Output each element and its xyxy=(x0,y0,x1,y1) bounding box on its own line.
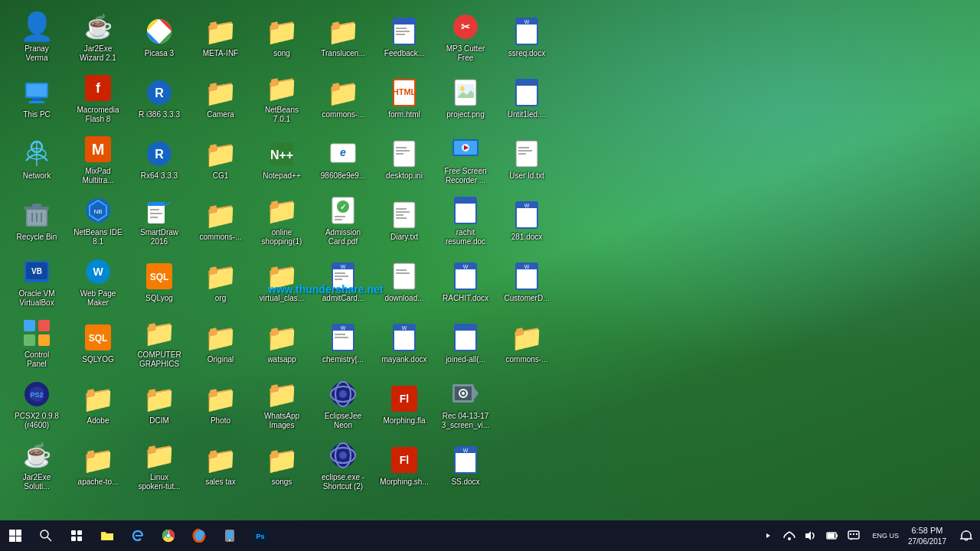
camera-label: Camera xyxy=(207,110,234,119)
phone-button[interactable] xyxy=(214,520,245,551)
task-view-button[interactable] xyxy=(61,520,92,551)
icon-chemistry[interactable]: W chemistry[... xyxy=(312,312,374,373)
icon-oracle-vm[interactable]: VB Oracle VMVirtualBox xyxy=(6,251,67,312)
meta-inf-label: META-INF xyxy=(203,49,238,58)
icon-notepad-plus[interactable]: N++ Notepad++ xyxy=(251,129,312,190)
icon-linux-spoken[interactable]: 📁 Linuxspoken-tut... xyxy=(129,435,190,496)
icon-songs[interactable]: 📁 songs xyxy=(251,435,312,496)
icon-smartdraw[interactable]: SmartDraw2016 xyxy=(129,190,190,251)
icon-this-pc[interactable]: This PC xyxy=(6,67,67,129)
volume-tray-icon[interactable] xyxy=(802,527,820,545)
translucen-folder-icon: 📁 xyxy=(328,16,358,47)
icon-meta-inf[interactable]: 📁 META-INF xyxy=(190,6,251,67)
icon-online-shopping[interactable]: 📁 onlineshopping(1) xyxy=(251,190,312,251)
icon-r-i386[interactable]: R R i386 3.3.3 xyxy=(129,67,190,129)
icon-recycle-bin[interactable]: Recycle Bin xyxy=(6,190,67,251)
icon-sales-tax[interactable]: 📁 sales tax xyxy=(190,435,251,496)
icon-user-id[interactable]: User Id.txt xyxy=(496,129,557,190)
icon-commons-d2[interactable]: 📁 commons-... xyxy=(312,67,374,129)
icon-jar2exe-wiz[interactable]: ☕ Jar2ExeWizard 2.1 xyxy=(67,6,129,67)
icon-diary[interactable]: Diary.txt xyxy=(374,190,435,251)
icon-org[interactable]: 📁 org xyxy=(190,251,251,312)
icon-pcsx2[interactable]: PS2 PCSX2 0.9.8(r4600) xyxy=(6,373,67,435)
action-center-button[interactable] xyxy=(952,527,980,545)
icon-admit-card[interactable]: W admitCard... xyxy=(312,251,374,312)
online-shopping-icon: 📁 xyxy=(266,195,297,226)
icon-macromedia[interactable]: f MacromediaFlash 8 xyxy=(67,67,129,129)
icon-281-docx[interactable]: W 281.docx xyxy=(496,190,557,251)
icon-cg1[interactable]: 📁 CG1 xyxy=(190,129,251,190)
icon-netbeans-701[interactable]: 📁 NetBeans7.0.1 xyxy=(251,67,312,129)
icon-eclipse-exe[interactable]: eclipse.exe -Shortcut (2) xyxy=(312,435,374,496)
svg-text:Fl: Fl xyxy=(400,393,409,405)
start-button[interactable] xyxy=(0,520,31,551)
icon-control-panel[interactable]: ControlPanel xyxy=(6,312,67,373)
icon-form-html[interactable]: HTML form.html xyxy=(374,67,435,129)
pranay-verma-icon: 👤 xyxy=(21,11,52,42)
icon-rachit-resume[interactable]: rachitresume.doc xyxy=(435,190,496,251)
icon-jar2exe-solu[interactable]: ☕ Jar2ExeSoluti... xyxy=(6,435,67,496)
svg-rect-44 xyxy=(150,209,159,210)
language-indicator[interactable]: ENG US xyxy=(869,532,902,540)
icon-customer-d[interactable]: W CustomerD... xyxy=(496,251,557,312)
icon-original[interactable]: 📁 Original xyxy=(190,312,251,373)
photoshop-button[interactable]: Ps xyxy=(245,520,276,551)
icon-joined-all[interactable]: joined-all(... xyxy=(435,312,496,373)
icon-translucen[interactable]: 📁 Translucen... xyxy=(312,6,374,67)
firefox-button[interactable] xyxy=(184,520,214,551)
icon-eclipse-jee[interactable]: EclipseJeeNeon xyxy=(312,373,374,435)
form-html-icon: HTML xyxy=(389,77,420,108)
icon-free-screen[interactable]: Free ScreenRecorder ... xyxy=(435,129,496,190)
icon-rec-04-13[interactable]: Rec 04-13-173_screen_vi... xyxy=(435,373,496,435)
icon-pranay-verma[interactable]: 👤 PranayVerma xyxy=(6,6,67,67)
icon-morphing-fla[interactable]: Fl Morphing.fla xyxy=(374,373,435,435)
notification-icon[interactable] xyxy=(844,527,863,545)
icon-sqlyog[interactable]: SQL SQLYOG xyxy=(67,312,129,373)
edge-button[interactable] xyxy=(122,520,153,551)
icon-virtual-class[interactable]: 📁 virtual_clas... xyxy=(251,251,312,312)
icon-song[interactable]: 📁 song xyxy=(251,6,312,67)
icon-download[interactable]: download... xyxy=(374,251,435,312)
songs-label: songs xyxy=(272,478,292,487)
icon-98608[interactable]: e 98608e9e9... xyxy=(312,129,374,190)
icon-photo[interactable]: 📁 Photo xyxy=(190,373,251,435)
icon-mayank[interactable]: W mayank.docx xyxy=(374,312,435,373)
taskbar-search-button[interactable] xyxy=(31,520,61,551)
icon-untit1led[interactable]: Untit1led.... xyxy=(496,67,557,129)
icon-picasa[interactable]: Picasa 3 xyxy=(129,6,190,67)
icon-mp3-cutter[interactable]: ✂ MP3 CutterFree xyxy=(435,6,496,67)
battery-tray-icon[interactable] xyxy=(823,527,841,545)
icon-mixpad[interactable]: M MixPadMultitra... xyxy=(67,129,129,190)
icon-desktop-ini[interactable]: desktop.ini xyxy=(374,129,435,190)
icon-morphing-sh[interactable]: Fl Morphing.sh... xyxy=(374,435,435,496)
icon-commons-d1[interactable]: 📁 commons-... xyxy=(190,190,251,251)
tray-overflow-button[interactable] xyxy=(759,527,777,545)
picasa-label: Picasa 3 xyxy=(145,49,174,58)
icon-ssreq-docx[interactable]: W ssreq.docx xyxy=(496,6,557,67)
icon-dcim[interactable]: 📁 DCIM xyxy=(129,373,190,435)
icon-rx64[interactable]: R Rx64 3.3.3 xyxy=(129,129,190,190)
icon-feedback[interactable]: Feedback... xyxy=(374,6,435,67)
this-pc-icon xyxy=(21,77,52,108)
chrome-button[interactable] xyxy=(153,520,184,551)
icon-apache[interactable]: 📁 apache-to... xyxy=(67,435,129,496)
icon-ss-docx[interactable]: W SS.docx xyxy=(435,435,496,496)
icon-commons-d3[interactable]: 📁 commons-... xyxy=(496,312,557,373)
chemistry-label: chemistry[... xyxy=(322,355,364,364)
icon-watsapp-folder[interactable]: 📁 watsapp xyxy=(251,312,312,373)
network-tray-icon[interactable] xyxy=(780,527,799,545)
icon-rachit-docx[interactable]: W RACHIT.docx xyxy=(435,251,496,312)
icon-network[interactable]: Network xyxy=(6,129,67,190)
icon-adobe[interactable]: 📁 Adobe xyxy=(67,373,129,435)
icon-sqlyog2[interactable]: SQL SQLyog xyxy=(129,251,190,312)
icon-whatsapp-images[interactable]: 📁 WhatsAppImages xyxy=(251,373,312,435)
system-clock[interactable]: 6:58 PM 27/06/2017 xyxy=(902,525,952,546)
svg-text:W: W xyxy=(341,325,346,331)
icon-web-page-maker[interactable]: W Web PageMaker xyxy=(67,251,129,312)
icon-camera[interactable]: 📁 Camera xyxy=(190,67,251,129)
icon-project-png[interactable]: project.png xyxy=(435,67,496,129)
icon-netbeans[interactable]: NB NetBeans IDE8.1 xyxy=(67,190,129,251)
file-explorer-button[interactable] xyxy=(92,520,122,551)
icon-computer-graphics[interactable]: 📁 COMPUTERGRAPHICS xyxy=(129,312,190,373)
icon-admission-card[interactable]: ✓ AdmissionCard.pdf xyxy=(312,190,374,251)
